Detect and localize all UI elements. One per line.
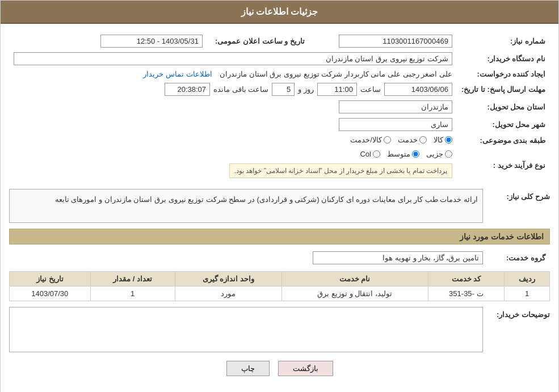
col-header-row: ردیف (505, 272, 550, 286)
deadline-label: مهلت ارسال پاسخ: تا تاریخ: (457, 81, 550, 98)
cell-unit: مورد (175, 286, 281, 301)
table-row: 1 ت -35-351 تولید، انتقال و توزیع برق مو… (10, 286, 550, 301)
category-option-1[interactable]: کالا (434, 136, 452, 144)
purchase-type-label: نوع فرآیند خرید : (457, 147, 550, 183)
buyer-org-value: شرکت توزیع نیروی برق استان مازندران (14, 52, 452, 65)
service-group-value: تامین برق، گاز، بخار و تهویه هوا (313, 251, 483, 264)
city-label: شهر محل تحویل: (457, 116, 550, 133)
announce-datetime-label: تاریخ و ساعت اعلان عمومی: (207, 32, 309, 50)
buyer-org-label: نام دستگاه خریدار: (457, 50, 550, 68)
purchase-type-option-1[interactable]: جزیی (426, 150, 452, 158)
purchase-type-radio-group: جزیی متوسط Col (360, 150, 452, 158)
page-title: جزئیات اطلاعات نیاز (241, 7, 318, 16)
province-label: استان محل تحویل: (457, 98, 550, 116)
purchase-type-option-2[interactable]: متوسط (387, 150, 419, 158)
col-header-code: کد خدمت (428, 272, 505, 286)
print-button[interactable]: چاپ (226, 361, 270, 376)
creator-contact-link[interactable]: اطلاعات تماس خریدار (143, 70, 212, 78)
need-number-label: شماره نیاز: (457, 32, 550, 50)
purchase-type-option-3[interactable]: Col (360, 150, 380, 158)
cell-qty: 1 (90, 286, 175, 301)
category-radio-group: کالا خدمت کالا/خدمت (350, 136, 452, 144)
category-label: طبقه بندی موضوعی: (457, 133, 550, 147)
col-header-name: نام خدمت (281, 272, 428, 286)
cell-code: ت -35-351 (428, 286, 505, 301)
col-header-unit: واحد اندازه گیری (175, 272, 281, 286)
category-option-2[interactable]: خدمت (398, 136, 427, 144)
buyer-desc-textarea[interactable] (9, 307, 483, 352)
announce-datetime-value: 1403/05/31 - 12:50 (100, 35, 203, 48)
creator-label: ایجاد کننده درخواست: (457, 68, 550, 81)
service-group-label: گروه خدمت: (487, 249, 550, 267)
description-text: ارائه خدمات طب کار برای معاینات دوره ای … (9, 189, 483, 223)
cell-date: 1403/07/30 (10, 286, 91, 301)
col-header-date: تاریخ نیاز (10, 272, 91, 286)
deadline-time-label: ساعت (360, 85, 381, 94)
buttons-row: بازگشت چاپ (9, 361, 550, 385)
deadline-days: 5 (272, 83, 295, 96)
back-button[interactable]: بازگشت (278, 361, 333, 376)
col-header-qty: تعداد / مقدار (90, 272, 175, 286)
deadline-day-label: روز و (298, 85, 314, 94)
cell-row: 1 (505, 286, 550, 301)
page-header: جزئیات اطلاعات نیاز (1, 1, 558, 24)
category-option-3[interactable]: کالا/خدمت (350, 136, 391, 144)
deadline-time: 11:00 (317, 83, 357, 96)
need-number-value: 1103001167000469 (339, 35, 452, 48)
services-section-header: اطلاعات خدمات مورد نیاز (9, 229, 550, 245)
purchase-type-notice: پرداخت تمام یا بخشی از مبلغ خریدار از مح… (229, 163, 452, 178)
cell-name: تولید، انتقال و توزیع برق (281, 286, 428, 301)
description-label: شرح کلی نیاز: (487, 189, 550, 201)
services-table: ردیف کد خدمت نام خدمت واحد اندازه گیری ت… (9, 271, 550, 301)
deadline-date: 1403/06/06 (384, 83, 452, 96)
creator-name: علی اصغر رجبی علی مانی کاربردار شرکت توز… (220, 70, 452, 78)
deadline-remaining: 20:38:07 (165, 83, 210, 96)
city-value: ساری (339, 118, 452, 131)
deadline-remaining-label: ساعت باقی مانده (213, 85, 268, 94)
province-value: مازندران (339, 100, 452, 113)
buyer-desc-label: توضیحات خریدار: (487, 307, 550, 319)
